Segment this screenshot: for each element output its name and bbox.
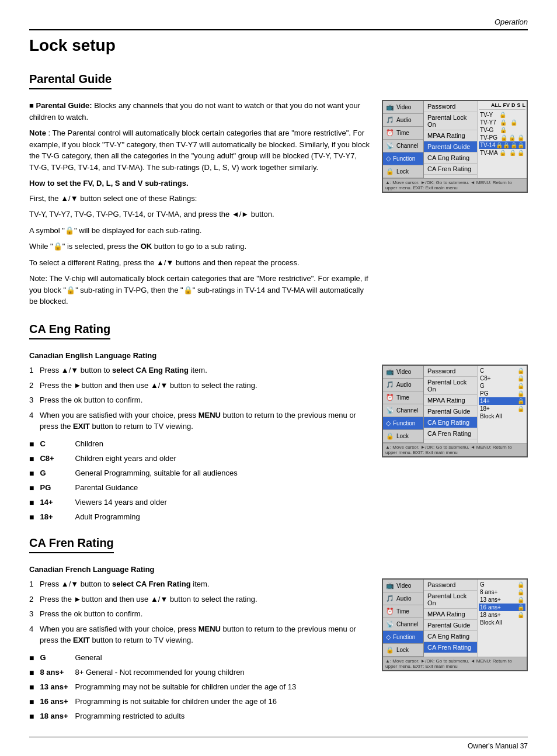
right-row2-g: G🔒: [479, 382, 525, 390]
parental-guide-note: Note : The Parental control will automat…: [29, 127, 370, 173]
sidebar-item-video-1: 📺 Video: [383, 101, 423, 114]
ca-eng-step-2: 2Press the ►button and then use ▲/▼ butt…: [29, 380, 370, 391]
sidebar-item-time-2: ⏰ Time: [383, 391, 423, 404]
ca-fren-step-4: 4When you are satisfied with your choice…: [29, 623, 370, 646]
sidebar-item-lock-3: 🔒 Lock: [383, 644, 423, 657]
menu-item-mpaa-1: MPAA Rating: [424, 130, 477, 141]
menu-item-mpaa-3: MPAA Rating: [424, 609, 477, 620]
menu-footer-1: ▲: Move cursor. ►/OK: Go to submenu. ◄ M…: [383, 178, 527, 192]
fren-rating-g: ■GGeneral: [29, 652, 370, 664]
menu-item-parental-guide-2: Parental Guide: [424, 406, 477, 417]
right-row3-13: 13 ans+🔒: [479, 596, 525, 604]
right-row3-8: 8 ans+🔒: [479, 588, 525, 596]
section-ca-eng: CA Eng Rating Canadian English Language …: [29, 322, 528, 526]
sidebar-item-video-3: 📺 Video: [383, 580, 423, 592]
ca-fren-step-3: 3Press the ok button to confirm.: [29, 608, 370, 620]
right-row2-14: 14+🔒: [479, 397, 525, 405]
rating-14: ■14+Viewers 14 years and older: [29, 497, 370, 509]
sidebar-item-function-1: ◇ Function: [383, 152, 423, 165]
menu-item-password-3: Password: [424, 580, 477, 591]
sidebar-item-audio-3: 🎵 Audio: [383, 592, 423, 605]
header-label: Operation: [495, 18, 528, 26]
menu-sidebar-2: 📺 Video 🎵 Audio ⏰ Time 📡 Channel ◇ Funct…: [383, 366, 424, 443]
section-header-ca-eng: CA Eng Rating: [29, 322, 528, 345]
menu-item-parental-lock-3: Parental Lock On: [424, 591, 477, 609]
menu-box-inner-2: 📺 Video 🎵 Audio ⏰ Time 📡 Channel ◇ Funct…: [383, 366, 527, 443]
menu-item-ca-fren-2: CA Fren Rating: [424, 428, 477, 439]
ca-fren-text: 1Press ▲/▼ button to select CA Fren Rati…: [29, 578, 370, 725]
section-ca-fren: CA Fren Rating Canadian French Language …: [29, 536, 528, 725]
right-row2-18: 18+🔒: [479, 405, 525, 412]
menu-item-ca-fren-3: CA Fren Rating: [424, 642, 477, 653]
ca-eng-steps: 1Press ▲/▼ button to select CA Eng Ratin…: [29, 365, 370, 432]
sidebar-item-lock-2: 🔒 Lock: [383, 430, 423, 443]
ca-eng-step-1: 1Press ▲/▼ button to select CA Eng Ratin…: [29, 365, 370, 376]
right-row-tvy: TV-Y🔒: [479, 111, 525, 119]
sidebar-item-time-1: ⏰ Time: [383, 127, 423, 140]
menu-item-parental-lock-2: Parental Lock On: [424, 377, 477, 395]
section-title-parental-guide: Parental Guide: [29, 72, 112, 89]
menu-sidebar-1: 📺 Video 🎵 Audio ⏰ Time 📡 Channel ◇ Funct…: [383, 101, 424, 178]
ca-eng-menu-box: 📺 Video 🎵 Audio ⏰ Time 📡 Channel ◇ Funct…: [382, 365, 528, 457]
right-row3-g: G🔒: [479, 581, 525, 588]
sidebar-item-channel-2: 📡 Channel: [383, 404, 423, 417]
menu-box-inner-3: 📺 Video 🎵 Audio ⏰ Time 📡 Channel ◇ Funct…: [383, 580, 527, 657]
rating-c: ■CChildren: [29, 438, 370, 450]
header-bar: Operation: [29, 18, 528, 30]
right-row3-18: 18 ans+🔒: [479, 611, 525, 619]
right-row-tvg: TV-G🔒: [479, 126, 525, 134]
note-text: : The Parental control will automaticall…: [29, 129, 370, 172]
parental-guide-note2: Note: The V-chip will automatically bloc…: [29, 273, 370, 307]
menu-footer-3: ▲: Move cursor. ►/OK: Go to submenu. ◄ M…: [383, 657, 527, 670]
ca-eng-content-area: 1Press ▲/▼ button to select CA Eng Ratin…: [29, 365, 528, 526]
ca-eng-text: 1Press ▲/▼ button to select CA Eng Ratin…: [29, 365, 370, 526]
section-parental-guide: Parental Guide ■ Parental Guide: Blocks …: [29, 72, 528, 312]
rating-pg: ■PGParental Guidance: [29, 482, 370, 494]
sidebar-item-audio-2: 🎵 Audio: [383, 379, 423, 391]
parental-guide-sub-heading: How to set the FV, D, L, S and V sub-rat…: [29, 178, 370, 189]
menu-item-parental-guide-3: Parental Guide: [424, 620, 477, 631]
right-row2-c: C🔒: [479, 367, 525, 374]
right-row3-block: Block All: [479, 619, 525, 626]
parental-guide-inst5: To select a different Rating, press the …: [29, 257, 370, 269]
note-label: Note: [29, 129, 46, 137]
menu-main-3: Password Parental Lock On MPAA Rating Pa…: [424, 580, 477, 657]
parental-guide-content-area: ■ Parental Guide: Blocks any channels th…: [29, 100, 528, 312]
menu-right-panel-3: G🔒 8 ans+🔒 13 ans+🔒 16 ans+🔒 18 ans+🔒 Bl…: [477, 580, 527, 657]
menu-item-mpaa-2: MPAA Rating: [424, 395, 477, 406]
parental-guide-inst3: A symbol "🔒" will be displayed for each …: [29, 225, 370, 237]
parental-guide-menu-box: 📺 Video 🎵 Audio ⏰ Time 📡 Channel ◇ Funct…: [382, 100, 528, 193]
menu-item-password-1: Password: [424, 101, 477, 112]
sidebar-item-lock-1: 🔒 Lock: [383, 165, 423, 178]
section-title-ca-fren: CA Fren Rating: [29, 536, 114, 553]
ca-eng-step-4: 4When you are satisfied with your choice…: [29, 410, 370, 432]
sidebar-item-function-2: ◇ Function: [383, 417, 423, 430]
menu-box-inner-1: 📺 Video 🎵 Audio ⏰ Time 📡 Channel ◇ Funct…: [383, 101, 527, 178]
right-row2-pg: PG🔒: [479, 390, 525, 397]
ca-fren-menu-box: 📺 Video 🎵 Audio ⏰ Time 📡 Channel ◇ Funct…: [382, 578, 528, 671]
menu-right-panel-2: C🔒 C8+🔒 G🔒 PG🔒 14+🔒 18+🔒 Block All: [477, 366, 527, 443]
sidebar-item-channel-3: 📡 Channel: [383, 618, 423, 631]
rating-c8: ■C8+Children eight years and older: [29, 453, 370, 465]
ca-fren-rating-list: ■GGeneral ■8 ans+8+ General - Not recomm…: [29, 652, 370, 723]
menu-item-ca-eng-1: CA Eng Rating: [424, 152, 477, 164]
menu-right-panel-1: ALLFVDSL TV-Y🔒 TV-Y7🔒🔒 TV-G🔒 TV-PG🔒🔒🔒 TV…: [477, 101, 527, 178]
ca-eng-rating-list: ■CChildren ■C8+Children eight years and …: [29, 438, 370, 523]
menu-main-2: Password Parental Lock On MPAA Rating Pa…: [424, 366, 477, 443]
ca-eng-step-3: 3Press the ok button to confirm.: [29, 394, 370, 406]
sidebar-item-channel-1: 📡 Channel: [383, 140, 423, 152]
section-title-ca-eng: CA Eng Rating: [29, 322, 110, 339]
right-row-tv14: TV-14🔒🔒🔒🔒: [479, 141, 525, 149]
parental-guide-text: ■ Parental Guide: Blocks any channels th…: [29, 100, 370, 312]
menu-item-ca-eng-2: CA Eng Rating: [424, 417, 477, 428]
right-row-tvy7: TV-Y7🔒🔒: [479, 119, 525, 126]
rating-g: ■GGeneral Programming, suitable for all …: [29, 467, 370, 480]
footer-label: Owner's Manual 37: [468, 742, 528, 750]
section-header-parental-guide: Parental Guide: [29, 72, 528, 95]
ca-fren-content-area: 1Press ▲/▼ button to select CA Fren Rati…: [29, 578, 528, 725]
rating-18: ■18+Adult Programming: [29, 511, 370, 523]
page-footer: Owner's Manual 37: [29, 737, 528, 750]
parental-guide-inst4: While "🔒" is selected, press the OK butt…: [29, 241, 370, 252]
menu-sidebar-3: 📺 Video 🎵 Audio ⏰ Time 📡 Channel ◇ Funct…: [383, 580, 424, 657]
parental-guide-inst2: TV-Y, TV-Y7, TV-G, TV-PG, TV-14, or TV-M…: [29, 209, 370, 220]
